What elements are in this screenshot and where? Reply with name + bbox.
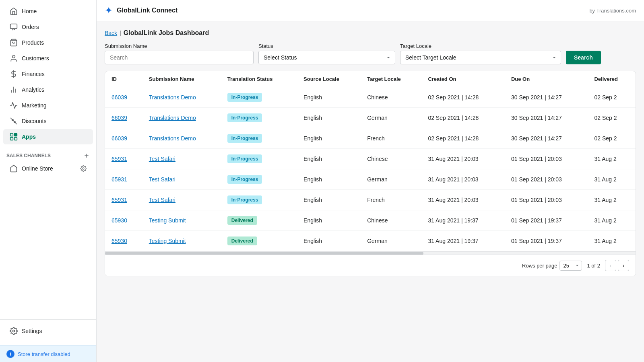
cell-name: Translations Demo — [142, 108, 221, 128]
sales-channels-label: SALES CHANNELS — [6, 153, 51, 158]
id-link[interactable]: 66039 — [111, 115, 127, 121]
store-transfer-label: Store transfer disabled — [18, 351, 70, 357]
cell-name: Translations Demo — [142, 128, 221, 149]
customers-icon — [10, 54, 18, 62]
col-source-locale: Source Locale — [297, 71, 361, 87]
name-link[interactable]: Testing Submit — [149, 217, 186, 224]
target-locale-select[interactable]: Select Target Locale Chinese German Fren… — [400, 51, 561, 64]
id-link[interactable]: 65930 — [111, 217, 127, 224]
cell-created: 31 Aug 2021 | 19:37 — [421, 231, 505, 251]
cell-id: 66039 — [105, 128, 142, 149]
sidebar-item-orders-label: Orders — [22, 24, 39, 30]
table-header-row: ID Submission Name Translation Status So… — [105, 71, 636, 87]
name-link[interactable]: Test Safari — [149, 176, 175, 183]
search-button[interactable]: Search — [566, 51, 601, 64]
col-created-on: Created On — [421, 71, 505, 87]
id-link[interactable]: 65931 — [111, 197, 127, 203]
cell-target: French — [361, 190, 421, 210]
cell-status: Delivered — [221, 231, 297, 251]
name-link[interactable]: Translations Demo — [149, 115, 196, 121]
cell-source: English — [297, 108, 361, 128]
cell-target: Chinese — [361, 210, 421, 231]
sidebar-item-products-label: Products — [22, 39, 44, 46]
name-link[interactable]: Translations Demo — [149, 135, 196, 142]
cell-created: 31 Aug 2021 | 20:03 — [421, 190, 505, 210]
cell-status: In-Progress — [221, 169, 297, 190]
cell-created: 02 Sep 2021 | 14:28 — [421, 128, 505, 149]
cell-due: 30 Sep 2021 | 14:27 — [505, 128, 588, 149]
orders-icon — [10, 23, 18, 31]
id-link[interactable]: 65930 — [111, 238, 127, 244]
cell-id: 65931 — [105, 190, 142, 210]
status-select[interactable]: Select Status In-Progress Delivered — [258, 51, 395, 64]
sidebar-item-home[interactable]: Home — [3, 4, 93, 19]
table-scrollbar[interactable] — [105, 251, 636, 255]
sidebar-item-apps[interactable]: Apps — [3, 129, 93, 144]
sidebar-item-discounts[interactable]: Discounts — [3, 113, 93, 129]
svg-rect-11 — [10, 138, 13, 140]
rows-per-page-select[interactable]: 25 50 100 — [559, 261, 582, 271]
next-page-button[interactable]: › — [618, 260, 629, 271]
table-row: 65930 Testing Submit Delivered English C… — [105, 210, 636, 231]
name-link[interactable]: Translations Demo — [149, 94, 196, 101]
table-row: 65931 Test Safari In-Progress English Ch… — [105, 149, 636, 169]
sidebar-item-analytics[interactable]: Analytics — [3, 82, 93, 97]
rows-per-page-label: Rows per page — [522, 263, 557, 269]
app-title: GlobalLink Connect — [117, 7, 178, 14]
cell-status: In-Progress — [221, 190, 297, 210]
svg-rect-10 — [14, 134, 17, 136]
svg-rect-9 — [10, 134, 13, 136]
sidebar-item-discounts-label: Discounts — [22, 118, 46, 124]
topbar: ✦ GlobalLink Connect by Translations.com — [97, 0, 644, 21]
cell-due: 30 Sep 2021 | 14:27 — [505, 87, 588, 108]
table-wrapper: ID Submission Name Translation Status So… — [105, 71, 636, 251]
submission-name-filter: Submission Name — [105, 43, 254, 64]
submission-name-input[interactable] — [105, 51, 254, 64]
sidebar-item-products[interactable]: Products — [3, 35, 93, 50]
cell-created: 31 Aug 2021 | 20:03 — [421, 149, 505, 169]
main-content: ✦ GlobalLink Connect by Translations.com… — [97, 0, 644, 362]
topbar-left: ✦ GlobalLink Connect — [105, 5, 178, 16]
name-link[interactable]: Test Safari — [149, 156, 175, 162]
table-row: 66039 Translations Demo In-Progress Engl… — [105, 108, 636, 128]
prev-page-button[interactable]: ‹ — [605, 260, 616, 271]
cell-source: English — [297, 149, 361, 169]
add-sales-channel-button[interactable] — [83, 152, 90, 159]
cell-target: German — [361, 108, 421, 128]
online-store-settings-icon[interactable] — [80, 165, 87, 172]
cell-created: 02 Sep 2021 | 14:28 — [421, 87, 505, 108]
name-link[interactable]: Testing Submit — [149, 238, 186, 244]
sidebar-item-finances[interactable]: Finances — [3, 66, 93, 82]
content-area: Back | GlobalLink Jobs Dashboard Submiss… — [97, 21, 644, 362]
cell-id: 65930 — [105, 231, 142, 251]
breadcrumb: Back | GlobalLink Jobs Dashboard — [105, 29, 636, 37]
cell-due: 01 Sep 2021 | 19:37 — [505, 210, 588, 231]
sidebar-item-marketing[interactable]: Marketing — [3, 98, 93, 113]
sidebar-item-settings[interactable]: Settings — [3, 323, 93, 339]
table-body: 66039 Translations Demo In-Progress Engl… — [105, 87, 636, 251]
jobs-table: ID Submission Name Translation Status So… — [105, 71, 636, 251]
id-link[interactable]: 65931 — [111, 176, 127, 183]
status-badge: In-Progress — [227, 154, 262, 163]
cell-created: 31 Aug 2021 | 19:37 — [421, 210, 505, 231]
id-link[interactable]: 66039 — [111, 94, 127, 101]
sidebar-item-online-store[interactable]: Online Store — [3, 161, 93, 176]
cell-delivered: 31 Aug 2 — [588, 210, 636, 231]
cell-id: 66039 — [105, 108, 142, 128]
sidebar-item-customers-label: Customers — [22, 55, 49, 62]
breadcrumb-separator: | — [120, 30, 121, 36]
sidebar-item-orders[interactable]: Orders — [3, 19, 93, 35]
cell-delivered: 02 Sep 2 — [588, 108, 636, 128]
cell-name: Test Safari — [142, 190, 221, 210]
svg-rect-0 — [10, 24, 17, 29]
cell-due: 01 Sep 2021 | 20:03 — [505, 169, 588, 190]
name-link[interactable]: Test Safari — [149, 197, 175, 203]
analytics-icon — [10, 86, 18, 94]
id-link[interactable]: 66039 — [111, 135, 127, 142]
sidebar-item-customers[interactable]: Customers — [3, 51, 93, 66]
id-link[interactable]: 65931 — [111, 156, 127, 162]
back-link[interactable]: Back — [105, 30, 117, 36]
status-badge: In-Progress — [227, 175, 262, 184]
cell-id: 65931 — [105, 149, 142, 169]
svg-point-16 — [13, 330, 15, 332]
